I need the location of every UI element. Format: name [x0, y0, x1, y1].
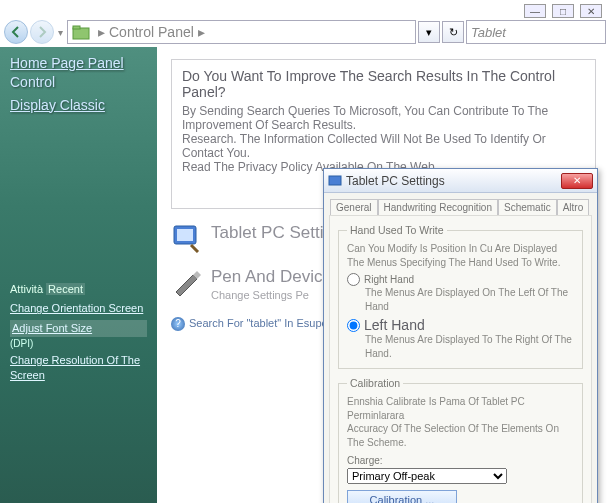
help-icon: ?: [171, 317, 185, 331]
sidebar-activity-label: Attività Recent: [10, 283, 147, 295]
hand-intro: The Menus Specifying The Hand Used To Wr…: [347, 256, 574, 270]
right-hand-label[interactable]: Right Hand: [364, 274, 414, 285]
right-hand-radio[interactable]: [347, 273, 360, 286]
sidebar-home-sub: Control: [10, 74, 147, 91]
charge-label: Charge:: [347, 455, 574, 466]
sidebar-classic-link[interactable]: Display Classic: [10, 97, 147, 114]
left-hand-note: The Menus Are Displayed To The Right Of …: [365, 333, 574, 360]
tab-handwriting[interactable]: Handwriting Recognition: [378, 199, 498, 215]
tab-schematic[interactable]: Schematic: [498, 199, 557, 215]
calibration-button[interactable]: Calibration ...: [347, 490, 457, 503]
tab-other[interactable]: Altro: [557, 199, 590, 215]
window-minimize[interactable]: —: [524, 4, 546, 18]
banner-text: Research. The Information Collected Will…: [182, 132, 585, 160]
calibration-fieldset: Calibration Ennshia Calibrate Is Pama Of…: [338, 377, 583, 503]
breadcrumb-location[interactable]: Control Panel: [109, 24, 194, 40]
dialog-title-text: Tablet PC Settings: [346, 174, 445, 188]
charge-select[interactable]: Primary Off-peak: [347, 468, 507, 484]
window-maximize[interactable]: □: [552, 4, 574, 18]
left-hand-label[interactable]: Left Hand: [364, 317, 425, 333]
dialog-tabs: GeneralHandwriting RecognitionSchematicA…: [324, 193, 597, 215]
pen-icon: [171, 267, 201, 297]
svg-rect-3: [177, 229, 193, 241]
sidebar: Home Page Panel Control Display Classic …: [0, 47, 157, 503]
hand-intro: Can You Modify Is Position In Cu Are Dis…: [347, 242, 574, 256]
svg-rect-4: [329, 176, 341, 185]
tablet-pc-settings-dialog: Tablet PC Settings ✕ GeneralHandwriting …: [323, 168, 598, 503]
breadcrumb-sep: ▸: [194, 24, 209, 40]
calibration-text: Accuracy Of The Selection Of The Element…: [347, 422, 574, 449]
nav-dropdown-icon[interactable]: ▾: [58, 27, 63, 38]
sidebar-link-font-size[interactable]: Adjust Font Size: [10, 320, 147, 337]
forward-button[interactable]: [30, 20, 54, 44]
tab-general[interactable]: General: [330, 199, 378, 215]
arrow-right-icon: [36, 26, 48, 38]
dialog-titlebar[interactable]: Tablet PC Settings ✕: [324, 169, 597, 193]
calibration-legend: Calibration: [347, 377, 403, 389]
sidebar-link-orientation[interactable]: Change Orientation Screen: [10, 301, 147, 316]
navigation-bar: ▾ ▸ Control Panel ▸ ▾ ↻: [4, 18, 606, 46]
banner-heading: Do You Want To Improve The Search Result…: [182, 68, 585, 100]
back-button[interactable]: [4, 20, 28, 44]
dialog-close-button[interactable]: ✕: [561, 173, 593, 189]
address-bar[interactable]: ▸ Control Panel ▸: [67, 20, 416, 44]
left-hand-radio[interactable]: [347, 319, 360, 332]
tablet-settings-icon: [171, 223, 201, 253]
svg-rect-1: [73, 26, 80, 29]
calibration-text: Ennshia Calibrate Is Pama Of Tablet PC P…: [347, 395, 574, 422]
folder-icon: [72, 24, 90, 40]
window-close[interactable]: ✕: [580, 4, 602, 18]
hand-legend: Hand Used To Write: [347, 224, 447, 236]
address-dropdown[interactable]: ▾: [418, 21, 440, 43]
tablet-icon: [328, 174, 342, 188]
breadcrumb-sep: ▸: [94, 24, 109, 40]
sidebar-link-font-size-sub: (DPI): [10, 338, 147, 349]
banner-text: By Sending Search Queries To Microsoft, …: [182, 104, 585, 132]
arrow-left-icon: [10, 26, 22, 38]
result-subtitle: Change Settings Pe: [211, 289, 340, 301]
sidebar-link-resolution[interactable]: Change Resolution Of The Screen: [10, 353, 147, 383]
sidebar-home-link[interactable]: Home Page Panel: [10, 55, 147, 72]
svg-rect-0: [73, 28, 89, 39]
refresh-button[interactable]: ↻: [442, 21, 464, 43]
result-title: Pen And Devices: [211, 267, 340, 287]
hand-fieldset: Hand Used To Write Can You Modify Is Pos…: [338, 224, 583, 369]
search-input[interactable]: [466, 20, 606, 44]
right-hand-note: The Menus Are Displayed On The Left Of T…: [365, 286, 574, 313]
